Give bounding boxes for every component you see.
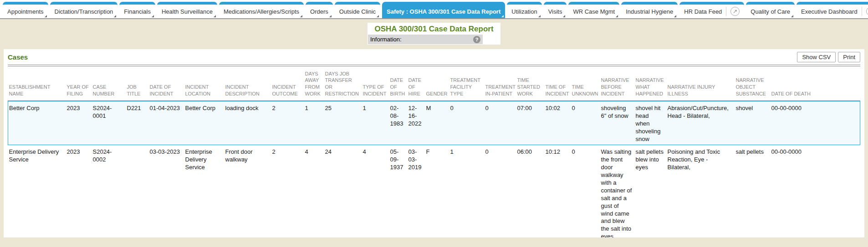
cell-narrative-before-incident: shoveling 6" of snow — [600, 101, 635, 145]
column-header-gender: GENDER — [425, 66, 449, 101]
cell-establishment-name: Better Corp — [8, 101, 66, 145]
show-csv-button[interactable]: Show CSV — [797, 52, 836, 62]
column-header-narrative-what-happened: NARRATIVE WHAT HAPPENED — [635, 66, 667, 101]
cell-time-started-work: 06:00 — [516, 145, 545, 237]
cell-treatment-facility-type: 1 — [449, 145, 485, 237]
tab-safety-osha-300-301-case-data-report[interactable]: Safety : OSHA 300/301 Case Data Report — [382, 2, 505, 18]
cell-treatment-in-patient: 0 — [485, 145, 516, 237]
cell-type-of-incident: 4 — [362, 145, 389, 237]
tab-visits[interactable]: Visits — [544, 2, 567, 18]
cell-type-of-incident: 1 — [362, 101, 389, 145]
tab-industrial-hygiene[interactable]: Industrial Hygiene — [621, 2, 678, 18]
cell-date-of-hire: 03-03-2019 — [408, 145, 425, 237]
cases-table-body: Better Corp2023S2024-0001D22101-04-2023B… — [8, 101, 860, 237]
tab-label: Visits — [548, 8, 562, 15]
tab-menu-arrow-icon — [214, 15, 216, 17]
column-header-job-title: JOB TITLE — [126, 66, 149, 101]
cell-incident-location: Better Corp — [184, 101, 225, 145]
cell-job-title — [126, 145, 149, 237]
tab-label: Industrial Hygiene — [626, 8, 673, 15]
cell-gender: M — [425, 101, 449, 145]
tab-label: Appointments — [7, 8, 44, 15]
cell-days-away-from-work: 1 — [304, 101, 324, 145]
tab-quality-of-care[interactable]: Quality of Care — [746, 2, 795, 18]
tab-label: Utilization — [511, 8, 537, 15]
tab-menu-arrow-icon — [377, 15, 379, 17]
column-header-date-of-birth: DATE OF BIRTH — [389, 66, 408, 101]
tab-health-surveillance[interactable]: Health Surveillance — [157, 2, 217, 18]
cell-time-unknown: 0 — [571, 145, 600, 237]
column-header-narrative-object-substance: NARRATIVE OBJECT SUBSTANCE — [735, 66, 771, 101]
cell-case-number: S2024-0002 — [92, 145, 126, 237]
tab-outside-clinic[interactable]: Outside Clinic — [335, 2, 380, 18]
cell-incident-description: loading dock — [225, 101, 271, 145]
cell-time-of-incident: 10:02 — [545, 101, 571, 145]
tab-label: Quality of Care — [751, 8, 790, 15]
tab-menu-arrow-icon — [114, 15, 116, 17]
cell-year-of-filing: 2023 — [66, 145, 92, 237]
cell-time-unknown: 0 — [571, 101, 600, 145]
column-header-narrative-injury-illness: NARRATIVE INJURY ILLNESS — [667, 66, 735, 101]
cell-date-of-birth: 05-09-1937 — [389, 145, 408, 237]
page-title: OSHA 300/301 Case Data Report — [368, 23, 500, 35]
external-link-icon[interactable]: ↗ — [866, 7, 868, 16]
tab-medications-allergies-scripts[interactable]: Medications/Allergies/Scripts — [219, 2, 304, 18]
table-row[interactable]: Better Corp2023S2024-0001D22101-04-2023B… — [8, 101, 860, 145]
cell-time-started-work: 07:00 — [516, 101, 545, 145]
cell-job-title: D221 — [126, 101, 149, 145]
cases-table: ESTABLISHMENT NAMEYEAR OF FILINGCASE NUM… — [8, 66, 860, 237]
tab-hr-data-feed[interactable]: HR Data Feed↗ — [679, 2, 744, 18]
tab-utilization[interactable]: Utilization — [507, 2, 541, 18]
cell-narrative-injury-illness: Poisoning and Toxic Reaction, Eye - Bila… — [667, 145, 735, 237]
cell-year-of-filing: 2023 — [66, 101, 92, 145]
cases-heading: Cases — [8, 53, 28, 61]
column-header-time-started-work: TIME STARTED WORK — [516, 66, 545, 101]
column-header-date-of-incident: DATE OF INCIDENT — [149, 66, 184, 101]
tab-wr-case-mgmt[interactable]: WR Case Mgmt — [568, 2, 619, 18]
cell-incident-description: Front door walkway — [225, 145, 271, 237]
help-icon[interactable]: ? — [473, 36, 480, 43]
cell-date-of-incident: 03-03-2023 — [149, 145, 184, 237]
table-row[interactable]: Enterprise Delivery Service2023S2024-000… — [8, 145, 860, 237]
tab-menu-arrow-icon — [45, 15, 47, 17]
column-header-treatment-in-patient: TREATMENT IN-PATIENT — [485, 66, 516, 101]
cell-date-of-death: 00-00-0000 — [771, 101, 860, 145]
tab-label: HR Data Feed — [684, 8, 722, 15]
cell-narrative-object-substance: shovel — [735, 101, 771, 145]
cell-treatment-facility-type: 0 — [449, 101, 485, 145]
information-bar: Information: ? — [368, 35, 500, 44]
cell-days-away-from-work: 4 — [304, 145, 324, 237]
cell-date-of-incident: 01-04-2023 — [149, 101, 184, 145]
column-header-time-of-incident: TIME OF INCIDENT — [545, 66, 571, 101]
tab-label: Safety : OSHA 300/301 Case Data Report — [387, 8, 500, 15]
tab-label: Financials — [124, 8, 151, 15]
cell-date-of-death: 00-00-0000 — [771, 145, 860, 237]
column-header-narrative-before-incident: NARRATIVE BEFORE INCIDENT — [600, 66, 635, 101]
tab-menu-arrow-icon — [791, 15, 793, 17]
tab-orders[interactable]: Orders — [306, 2, 333, 18]
print-button[interactable]: Print — [838, 52, 860, 62]
cell-narrative-what-happened: salt pellets blew into eyes — [635, 145, 667, 237]
information-label: Information: — [370, 36, 402, 43]
cases-table-header-row: ESTABLISHMENT NAMEYEAR OF FILINGCASE NUM… — [8, 66, 860, 101]
tab-label: WR Case Mgmt — [573, 8, 615, 15]
tab-executive-dashboard[interactable]: Executive Dashboard↗ — [797, 2, 868, 18]
tab-label: Executive Dashboard — [801, 8, 858, 15]
cell-incident-outcome: 2 — [271, 145, 304, 237]
tab-dictation-transcription[interactable]: Dictation/Transcription — [50, 2, 118, 18]
tab-menu-arrow-icon — [538, 15, 541, 17]
column-header-date-of-death: DATE OF DEATH — [771, 66, 860, 101]
tab-label: Dictation/Transcription — [55, 8, 113, 15]
cell-narrative-object-substance: salt pellets — [735, 145, 771, 237]
column-header-type-of-incident: TYPE OF INCIDENT — [362, 66, 389, 101]
tab-appointments[interactable]: Appointments — [3, 2, 48, 18]
column-header-case-number: CASE NUMBER — [92, 66, 126, 101]
tab-menu-arrow-icon — [329, 15, 332, 17]
column-header-days-job-transfer-or-restriction: DAYS JOB TRANSFER OR RESTRICTION — [324, 66, 362, 101]
cell-incident-location: Enterprise Delivery Service — [184, 145, 225, 237]
cell-narrative-injury-illness: Abrasion/Cut/Puncture, Head - Bilateral, — [667, 101, 735, 145]
external-link-icon[interactable]: ↗ — [730, 7, 740, 16]
cell-time-of-incident: 10:12 — [545, 145, 571, 237]
tab-financials[interactable]: Financials — [119, 2, 155, 18]
column-header-incident-outcome: INCIDENT OUTCOME — [271, 66, 304, 101]
